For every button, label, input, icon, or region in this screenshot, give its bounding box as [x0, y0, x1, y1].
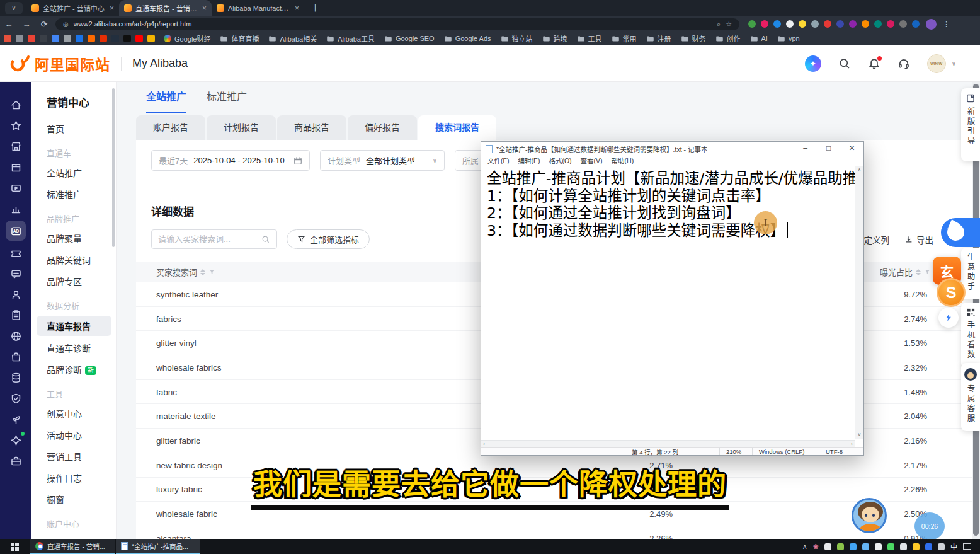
globe-icon[interactable]: [837, 543, 844, 550]
column-filter-icon[interactable]: [208, 268, 215, 275]
keyword-search-input[interactable]: [158, 234, 258, 244]
tab-search-button[interactable]: ∨: [5, 2, 23, 14]
sort-icon[interactable]: [916, 269, 921, 275]
bookmark-star-icon[interactable]: ☆: [726, 20, 732, 28]
keyword-search-box[interactable]: [151, 229, 277, 249]
taskbar-button[interactable]: *全站推广-推商品...: [116, 539, 200, 554]
bookmark-item[interactable]: 跨境: [542, 33, 567, 43]
extension-icon[interactable]: [786, 20, 794, 28]
scroll-up-icon[interactable]: ∧: [855, 167, 863, 173]
bookmark-item[interactable]: 工具: [577, 33, 602, 43]
sidebar-item[interactable]: 全站推广: [31, 162, 116, 183]
scroll-left-icon[interactable]: ‹: [483, 441, 485, 447]
customer-service-avatar[interactable]: [852, 498, 887, 533]
sidebar-item[interactable]: 创意中心: [31, 403, 116, 424]
bookmark-favicon[interactable]: [123, 35, 131, 42]
export-button[interactable]: 导出: [904, 233, 933, 246]
bookmark-favicon[interactable]: [4, 35, 11, 42]
sparkle-icon[interactable]: [6, 431, 26, 449]
flash-tool-icon[interactable]: [938, 308, 959, 328]
globe-icon[interactable]: [6, 327, 26, 345]
home-icon[interactable]: [6, 96, 26, 113]
sidebar-item[interactable]: 品牌诊断新: [31, 359, 116, 380]
maximize-button[interactable]: □: [817, 142, 840, 156]
search-tabs-icon[interactable]: ⌕: [717, 20, 721, 28]
clipboard-icon[interactable]: [6, 306, 26, 324]
mic-icon[interactable]: [824, 543, 831, 550]
extension-icon[interactable]: [862, 20, 869, 28]
sidebar-item[interactable]: 操作日志: [31, 467, 116, 488]
report-tab[interactable]: 账户报告: [136, 115, 205, 140]
bookmark-item[interactable]: Google Ads: [444, 35, 491, 43]
sprout-icon[interactable]: [6, 410, 26, 428]
extension-icon[interactable]: [874, 20, 882, 28]
extension-icon[interactable]: [799, 20, 806, 28]
plan-type-select[interactable]: 计划类型 全部计划类型 ∨: [320, 150, 445, 171]
extension-icon[interactable]: [836, 20, 844, 28]
start-button[interactable]: [0, 539, 29, 554]
ad-icon[interactable]: AD: [6, 221, 26, 241]
sidebar-item[interactable]: 品牌关键词: [31, 249, 116, 270]
bookmark-item[interactable]: 注册: [646, 33, 671, 43]
tab-inactive[interactable]: 标准推广: [207, 88, 247, 113]
bookmark-favicon[interactable]: [16, 35, 23, 42]
bookmark-favicon[interactable]: [147, 35, 155, 42]
browser-tab[interactable]: Alibaba Manufacturer Direct×: [212, 0, 304, 16]
browser-tab[interactable]: 直通车报告 - 营销中心×: [119, 0, 212, 16]
extension-icon[interactable]: [761, 20, 768, 28]
extension-icon[interactable]: [887, 20, 894, 28]
notepad-text-area[interactable]: 全站推广-推商品计划【新品加速/潜力品成长/优爆品助推】1：【如何计算全站推计划…: [482, 166, 855, 439]
ai-assistant-icon[interactable]: ✦: [805, 55, 821, 72]
search-icon[interactable]: [261, 235, 270, 244]
bookmark-item[interactable]: AI: [750, 35, 768, 43]
extension-icon[interactable]: [849, 20, 857, 28]
report-tab[interactable]: 商品报告: [277, 115, 346, 140]
resize-grip[interactable]: [855, 448, 863, 455]
bookmark-item[interactable]: 独立站: [501, 33, 533, 43]
table-row[interactable]: luxury fabric2.26%: [136, 478, 972, 502]
report-tab[interactable]: 搜索词报告: [418, 115, 496, 140]
mobile-data-button[interactable]: 手机看数: [961, 303, 980, 368]
tab-close-icon[interactable]: ×: [295, 4, 299, 13]
notepad-window[interactable]: *全站推广-推商品【如何通过数据判断哪些关键词需要降权】.txt - 记事本 –…: [481, 141, 864, 456]
sidebar-item[interactable]: 活动中心: [31, 424, 116, 446]
extension-icon[interactable]: [912, 20, 920, 28]
search-icon[interactable]: [838, 57, 851, 70]
report-tab[interactable]: 偏好报告: [348, 115, 417, 140]
bookmark-favicon[interactable]: [52, 35, 59, 42]
battery-icon[interactable]: [862, 543, 869, 550]
sort-icon[interactable]: [200, 269, 205, 275]
table-row[interactable]: alcantara2.26%0.91%: [136, 526, 972, 539]
bookmark-favicon[interactable]: [28, 35, 35, 42]
keyword-column-header[interactable]: 买家搜索词: [156, 262, 215, 282]
sidebar-item[interactable]: 营销等级: [31, 533, 116, 539]
menu-item[interactable]: 格式(O): [544, 156, 576, 166]
report-tab[interactable]: 计划报告: [207, 115, 276, 140]
sidebar-item[interactable]: 直通车报告: [37, 316, 111, 336]
action-center-icon[interactable]: [963, 543, 971, 550]
support-headset-icon[interactable]: [897, 57, 910, 70]
bookmark-favicon[interactable]: [40, 35, 47, 42]
bookmark-item[interactable]: Google财经: [164, 33, 210, 43]
menu-item[interactable]: 编辑(E): [513, 156, 544, 166]
new-version-guide-button[interactable]: 新版引导: [961, 88, 980, 161]
avatar-chevron-down-icon[interactable]: ∨: [952, 60, 956, 67]
bookmark-item[interactable]: 体育直播: [220, 33, 259, 43]
briefcase-icon[interactable]: [6, 452, 26, 470]
table-row[interactable]: new fabric design2.71%2.17%: [136, 453, 972, 478]
forward-icon[interactable]: →: [18, 20, 35, 29]
sidebar-item[interactable]: 标准推广: [31, 183, 116, 205]
swoosh-icon[interactable]: [850, 543, 857, 550]
browser-menu-icon[interactable]: ⋮: [943, 20, 950, 28]
dedicated-service-button[interactable]: 专属客服: [961, 363, 980, 431]
sidebar-scrollbar[interactable]: [112, 88, 115, 247]
minimize-button[interactable]: –: [794, 142, 817, 156]
sidebar-item[interactable]: 橱窗: [31, 488, 116, 510]
bookmark-favicon[interactable]: [76, 35, 83, 42]
defender-icon[interactable]: [913, 543, 920, 550]
star-icon[interactable]: [6, 117, 26, 134]
site-info-icon[interactable]: ◎: [63, 21, 69, 28]
sidebar-item[interactable]: 品牌专区: [31, 270, 116, 292]
package-icon[interactable]: [6, 158, 26, 176]
bookmark-favicon[interactable]: [64, 35, 71, 42]
